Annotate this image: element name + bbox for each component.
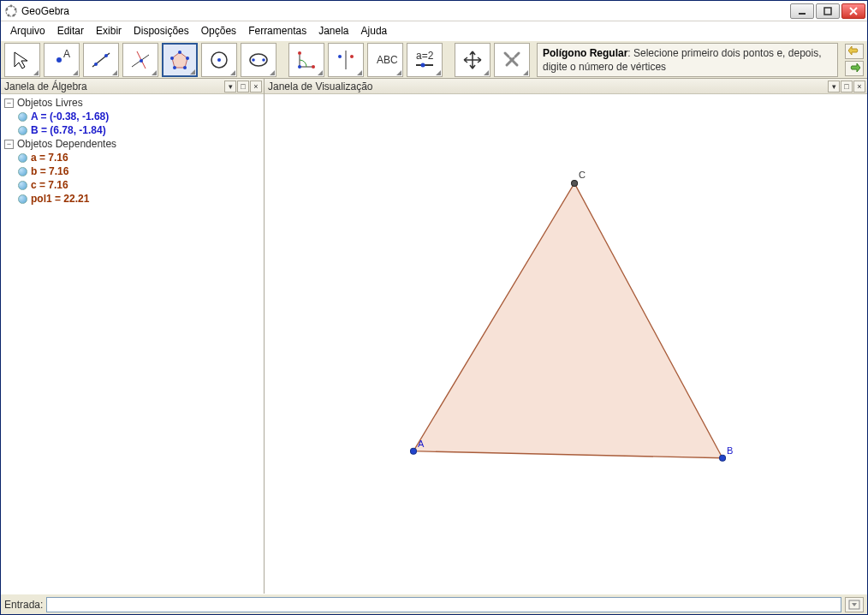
svg-point-19 (178, 51, 181, 54)
panel-restore-icon[interactable]: □ (237, 81, 249, 93)
svg-point-29 (298, 65, 301, 69)
visibility-bullet-icon[interactable] (18, 112, 27, 122)
maximize-button[interactable] (816, 3, 840, 19)
algebra-panel: Janela de Álgebra ▾ □ × − Objetos Livres… (1, 79, 265, 594)
tree-item-side-a[interactable]: a = 7.16 (4, 151, 260, 164)
menu-editar[interactable]: Editar (51, 23, 90, 39)
view-panel-title: Janela de Visualização (266, 81, 828, 93)
panel-dropdown-icon[interactable]: ▾ (224, 81, 236, 93)
tool-slider[interactable]: a=2 (407, 43, 443, 77)
tool-reflect[interactable] (328, 43, 364, 77)
visibility-bullet-icon[interactable] (18, 167, 27, 176)
menu-exibir[interactable]: Exibir (90, 23, 128, 39)
menu-disposicoes[interactable]: Disposições (128, 23, 195, 39)
svg-point-4 (13, 14, 15, 16)
menu-opcoes[interactable]: Opções (195, 23, 242, 39)
svg-marker-18 (172, 52, 187, 68)
tool-tooltip: Polígono Regular: Selecione primeiro doi… (537, 43, 838, 77)
algebra-panel-title: Janela de Álgebra (3, 81, 224, 93)
svg-text:a=2: a=2 (416, 50, 434, 62)
svg-point-22 (173, 66, 176, 69)
panel-close-icon[interactable]: × (853, 81, 865, 93)
svg-point-33 (338, 55, 342, 58)
geogebra-icon (4, 4, 18, 18)
tool-circle[interactable] (201, 43, 237, 77)
svg-point-13 (94, 63, 98, 66)
svg-point-10 (56, 57, 62, 63)
tree-free-label: Objetos Livres (17, 97, 83, 109)
point-b-label: B (727, 445, 733, 456)
svg-point-2 (10, 4, 13, 7)
svg-point-28 (262, 58, 265, 62)
view-panel: Janela de Visualização ▾ □ × A B C (265, 79, 867, 594)
tree-item-pol1[interactable]: pol1 = 22.21 (4, 192, 260, 206)
redo-button[interactable] (845, 61, 864, 76)
menu-ajuda[interactable]: Ajuda (355, 23, 394, 39)
svg-point-14 (104, 54, 108, 57)
tree-item-side-b[interactable]: b = 7.16 (4, 164, 260, 178)
tool-perpendicular[interactable] (122, 43, 158, 77)
tool-settings[interactable] (494, 43, 530, 77)
tool-move[interactable] (4, 43, 40, 77)
svg-point-27 (252, 58, 255, 62)
svg-point-34 (350, 55, 354, 58)
svg-point-23 (170, 57, 174, 60)
svg-text:A: A (63, 48, 70, 60)
visibility-bullet-icon[interactable] (18, 153, 27, 163)
tree-toggle-free[interactable]: − (4, 99, 14, 108)
panel-restore-icon[interactable]: □ (841, 81, 853, 93)
panel-close-icon[interactable]: × (250, 81, 262, 93)
point-a[interactable] (410, 448, 416, 454)
minimize-button[interactable] (790, 3, 814, 19)
visibility-bullet-icon[interactable] (18, 126, 27, 135)
graphics-canvas[interactable]: A B C (265, 94, 867, 594)
undo-button[interactable] (845, 44, 864, 59)
tooltip-title: Polígono Regular (543, 47, 627, 59)
close-button[interactable] (841, 3, 865, 19)
svg-point-30 (298, 51, 301, 55)
tree-item-side-c[interactable]: c = 7.16 (4, 178, 260, 192)
tool-ellipse[interactable] (241, 43, 276, 77)
algebra-tree[interactable]: − Objetos Livres A = (-0.38, -1.68) B = … (1, 94, 264, 594)
tool-polygon[interactable] (162, 43, 198, 77)
menu-ferramentas[interactable]: Ferramentas (242, 23, 312, 39)
tree-dep-label: Objetos Dependentes (17, 138, 116, 150)
svg-point-3 (15, 8, 17, 10)
panel-dropdown-icon[interactable]: ▾ (828, 81, 840, 93)
toolbar: A ABC a=2 (1, 40, 867, 79)
window-title: GeoGebra (21, 5, 788, 17)
input-bar: Entrada: (1, 594, 867, 614)
visibility-bullet-icon[interactable] (18, 194, 27, 204)
point-c[interactable] (572, 180, 578, 186)
svg-point-0 (6, 6, 16, 16)
tree-item-a[interactable]: A = (-0.38, -1.68) (4, 110, 260, 123)
svg-point-31 (312, 65, 315, 69)
menu-janela[interactable]: Janela (312, 23, 354, 39)
tool-line[interactable] (83, 43, 119, 77)
svg-rect-7 (824, 8, 831, 15)
svg-point-21 (183, 66, 187, 69)
command-input[interactable] (46, 597, 841, 612)
visibility-bullet-icon[interactable] (18, 181, 27, 190)
point-c-label: C (579, 170, 586, 180)
tree-item-b[interactable]: B = (6.78, -1.84) (4, 123, 260, 137)
menu-arquivo[interactable]: Arquivo (4, 23, 51, 39)
svg-point-1 (6, 8, 9, 10)
input-help-button[interactable] (845, 597, 864, 612)
menubar: Arquivo Editar Exibir Disposições Opções… (1, 21, 867, 40)
tool-move-view[interactable] (455, 43, 490, 77)
svg-text:ABC: ABC (377, 54, 397, 66)
svg-point-5 (8, 14, 10, 16)
svg-point-20 (186, 57, 189, 60)
tree-toggle-dep[interactable]: − (4, 140, 14, 149)
point-b[interactable] (720, 455, 726, 461)
svg-point-25 (217, 58, 221, 62)
point-a-label: A (418, 439, 425, 449)
tool-text[interactable]: ABC (367, 43, 403, 77)
tool-point[interactable]: A (44, 43, 80, 77)
titlebar: GeoGebra (1, 1, 867, 21)
polygon-pol1[interactable] (413, 183, 722, 458)
svg-point-38 (421, 63, 425, 67)
input-label: Entrada: (4, 599, 43, 611)
tool-angle[interactable] (288, 43, 324, 77)
